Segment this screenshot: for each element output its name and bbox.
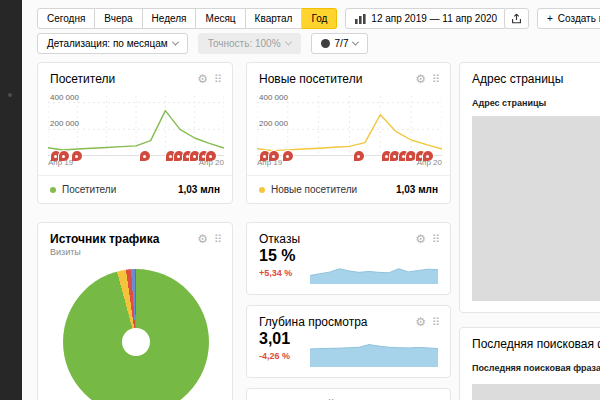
widget-legend: Новые посетители 1,03 млн: [247, 175, 450, 203]
gear-icon[interactable]: ⚙: [197, 233, 208, 245]
gear-icon[interactable]: ⚙: [197, 73, 208, 85]
legend-dot: [259, 187, 265, 193]
depth-sparkline: [310, 341, 438, 367]
goals-dropdown[interactable]: 7/7: [311, 33, 369, 54]
y-axis-tick: 400 000: [50, 93, 79, 102]
metrica-dashboard: Сегодня Вчера Неделя Месяц Квартал Год 1…: [0, 0, 600, 400]
x-axis-tick: Апр 20: [417, 158, 442, 167]
widget-header: Последняя поисковая фраза: [460, 328, 600, 353]
y-axis-tick: 200 000: [50, 119, 79, 128]
accuracy-label: Точность: 100%: [208, 38, 281, 49]
widget-header: Посетители ⚙ ⠿: [38, 63, 232, 88]
widget-new-visitors: Новые посетители ⚙ ⠿ 400 000 200 000 Апр…: [246, 62, 451, 204]
new-visitors-chart: 400 000 200 000: [257, 96, 442, 156]
gear-icon[interactable]: ⚙: [415, 233, 426, 245]
period-toolbar: Сегодня Вчера Неделя Месяц Квартал Год 1…: [37, 8, 507, 29]
legend-label: Посетители: [62, 184, 116, 195]
period-year[interactable]: Год: [302, 8, 337, 29]
drag-handle-icon[interactable]: ⠿: [432, 317, 440, 328]
main-content: Сегодня Вчера Неделя Месяц Квартал Год 1…: [22, 0, 600, 400]
segment-circle-icon: [321, 39, 330, 48]
download-icon: [511, 13, 522, 24]
kpi-delta: +5,34 %: [259, 268, 292, 278]
drag-handle-icon[interactable]: ⠿: [432, 74, 440, 85]
widget-title: Посетители: [50, 72, 115, 86]
chevron-down-icon: [352, 39, 359, 46]
widget-title: Отказы: [259, 232, 300, 246]
visitors-chart: 400 000 200 000: [48, 96, 224, 156]
x-axis-tick: Апр 19: [48, 158, 73, 167]
toolbar-actions: + Создать виджет Библиотека виджетов: [504, 8, 600, 29]
widget-last-search-phrase: Последняя поисковая фраза Последняя поис…: [459, 327, 600, 400]
legend-label: Новые посетители: [271, 184, 357, 195]
widget-title: Источник трафика: [50, 232, 159, 246]
widget-view-depth: Глубина просмотра ⚙ ⠿ 3,01 -4,26 %: [246, 305, 451, 378]
period-tabs: Сегодня Вчера Неделя Месяц Квартал Год: [37, 8, 337, 29]
widget-bounces: Отказы ⚙ ⠿ 15 % +5,34 %: [246, 222, 451, 295]
drag-handle-icon[interactable]: ⠿: [214, 234, 222, 245]
x-axis-tick: Апр 20: [199, 158, 224, 167]
chevron-down-icon: [172, 39, 179, 46]
accuracy-dropdown[interactable]: Точность: 100%: [198, 33, 301, 54]
x-axis-tick: Апр 19: [257, 158, 282, 167]
widget-traffic-source: Источник трафика ⚙ ⠿ Визиты: [37, 222, 233, 400]
widget-header: Глубина просмотра ⚙ ⠿: [247, 306, 450, 331]
widget-page-url: Адрес страницы Адрес страницы: [459, 62, 600, 313]
period-quarter[interactable]: Квартал: [246, 8, 303, 29]
chevron-down-icon: [285, 39, 292, 46]
widget-legend: Посетители 1,03 млн: [38, 175, 232, 203]
widget-subtitle: Визиты: [38, 247, 232, 257]
x-axis-labels: Апр 19 Апр 20: [48, 158, 224, 167]
period-today[interactable]: Сегодня: [37, 8, 95, 29]
create-widget-button[interactable]: + Создать виджет: [537, 8, 600, 29]
widget-title: Последняя поисковая фраза: [472, 337, 600, 351]
detail-dropdown[interactable]: Детализация: по месяцам: [37, 33, 188, 54]
plus-icon: +: [547, 13, 553, 24]
settings-toolbar: Детализация: по месяцам Точность: 100% 7…: [37, 33, 368, 54]
gear-icon[interactable]: ⚙: [415, 73, 426, 85]
goals-label: 7/7: [335, 38, 349, 49]
drag-handle-icon[interactable]: ⠿: [214, 74, 222, 85]
widget-title: Адрес страницы: [472, 72, 563, 86]
legend-total: 1,03 млн: [178, 184, 220, 195]
widget-time-on-site: Время на сайте ⚙ ⠿: [246, 388, 451, 400]
date-range-label: 12 апр 2019 — 11 апр 2020: [371, 13, 497, 24]
widget-title: Глубина просмотра: [259, 315, 368, 329]
blurred-content-block: [472, 384, 600, 400]
widget-header: Новые посетители ⚙ ⠿: [247, 63, 450, 88]
widget-header: Отказы ⚙ ⠿: [247, 223, 450, 248]
gear-icon[interactable]: ⚙: [415, 316, 426, 328]
bounces-sparkline: [310, 258, 438, 284]
kpi-delta: -4,26 %: [259, 351, 290, 361]
x-axis-labels: Апр 19 Апр 20: [257, 158, 442, 167]
export-button[interactable]: [504, 8, 529, 29]
legend-dot: [50, 187, 56, 193]
detail-label: Детализация: по месяцам: [47, 38, 168, 49]
period-yesterday[interactable]: Вчера: [95, 8, 142, 29]
column-header: Последняя поисковая фраза: [460, 353, 600, 373]
widget-header: Адрес страницы: [460, 63, 600, 88]
nav-rail-dot: [8, 93, 12, 97]
widget-header: Источник трафика ⚙ ⠿: [38, 223, 232, 248]
traffic-source-donut-chart: [63, 269, 209, 400]
y-axis-tick: 200 000: [259, 119, 288, 128]
drag-handle-icon[interactable]: ⠿: [432, 234, 440, 245]
date-range-button[interactable]: 12 апр 2019 — 11 апр 2020: [345, 8, 507, 29]
kpi-value: 3,01: [259, 330, 290, 348]
widget-header: Время на сайте ⚙ ⠿: [247, 389, 450, 400]
blurred-content-block: [472, 116, 600, 301]
legend-total: 1,03 млн: [396, 184, 438, 195]
y-axis-tick: 400 000: [259, 93, 288, 102]
histogram-icon: [355, 14, 366, 24]
widget-visitors: Посетители ⚙ ⠿ 400 000 200 000 Апр 19 Ап…: [37, 62, 233, 204]
period-week[interactable]: Неделя: [143, 8, 197, 29]
kpi-value: 15 %: [259, 247, 295, 265]
left-nav-rail: [0, 0, 22, 400]
widget-title: Новые посетители: [259, 72, 362, 86]
period-month[interactable]: Месяц: [196, 8, 245, 29]
create-widget-label: Создать виджет: [558, 13, 600, 24]
column-header: Адрес страницы: [460, 88, 600, 108]
